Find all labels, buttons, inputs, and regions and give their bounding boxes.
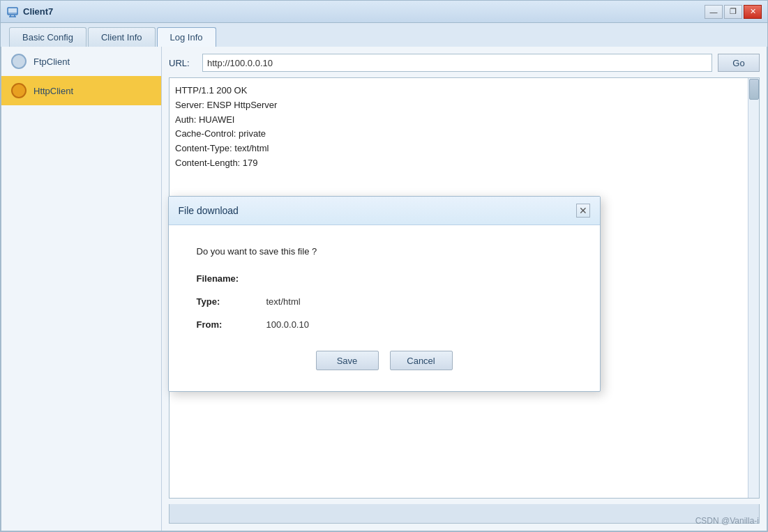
- file-download-dialog: File download ✕ Do you want to save this…: [168, 196, 601, 392]
- sidebar-item-http-client[interactable]: HttpClient: [1, 76, 161, 105]
- from-value: 100.0.0.10: [266, 319, 309, 330]
- filename-label: Filename:: [197, 273, 266, 284]
- dialog-close-button[interactable]: ✕: [576, 204, 590, 218]
- dialog-header: File download ✕: [169, 197, 600, 225]
- url-label: URL:: [169, 58, 197, 68]
- sidebar-item-ftp-client[interactable]: FtpClient: [1, 47, 161, 76]
- http-client-icon: [11, 83, 27, 98]
- tab-basic-config[interactable]: Basic Config: [9, 27, 86, 47]
- tab-bar: Basic Config Client Info Log Info: [1, 23, 767, 47]
- title-bar: Client7 — ❐ ✕: [1, 1, 767, 23]
- response-text: HTTP/1.1 200 OK Server: ENSP HttpServer …: [175, 84, 753, 171]
- app-icon: [6, 6, 19, 18]
- type-value: text/html: [266, 296, 301, 307]
- dialog-body: Do you want to save this file ? Filename…: [169, 225, 600, 391]
- watermark: CSDN @Vanilla-i: [695, 516, 759, 526]
- scrollbar-thumb[interactable]: [749, 79, 759, 100]
- cancel-button[interactable]: Cancel: [390, 351, 453, 370]
- window-controls: — ❐ ✕: [705, 5, 762, 19]
- from-label: From:: [197, 319, 266, 330]
- sidebar: FtpClient HttpClient: [1, 47, 162, 531]
- restore-button[interactable]: ❐: [724, 5, 742, 19]
- minimize-button[interactable]: —: [705, 5, 723, 19]
- dialog-question: Do you want to save this file ?: [197, 246, 572, 257]
- url-input[interactable]: [202, 54, 712, 72]
- close-button[interactable]: ✕: [744, 5, 762, 19]
- ftp-client-icon: [11, 54, 27, 69]
- dialog-field-filename: Filename:: [197, 273, 572, 284]
- ftp-client-label: FtpClient: [33, 56, 70, 67]
- dialog-field-type: Type: text/html: [197, 296, 572, 307]
- tab-log-info[interactable]: Log Info: [157, 27, 216, 47]
- http-client-label: HttpClient: [33, 86, 73, 96]
- window-title: Client7: [23, 6, 705, 17]
- go-button[interactable]: Go: [718, 54, 760, 72]
- scrollbar-track[interactable]: [748, 78, 759, 498]
- bottom-bar: [169, 504, 760, 524]
- url-row: URL: Go: [169, 54, 760, 72]
- save-button[interactable]: Save: [316, 351, 379, 370]
- main-window: Client7 — ❐ ✕ Basic Config Client Info L…: [0, 0, 768, 532]
- dialog-title: File download: [179, 205, 239, 216]
- dialog-field-from: From: 100.0.0.10: [197, 319, 572, 330]
- type-label: Type:: [197, 296, 266, 307]
- dialog-buttons: Save Cancel: [197, 351, 572, 370]
- tab-client-info[interactable]: Client Info: [88, 27, 156, 47]
